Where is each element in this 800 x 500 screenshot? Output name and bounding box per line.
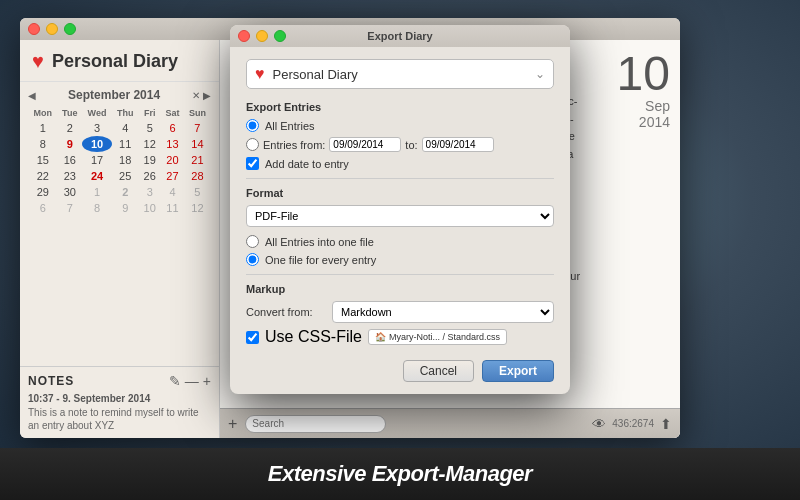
add-entry-button[interactable]: + bbox=[228, 415, 237, 433]
export-button[interactable]: Export bbox=[482, 360, 554, 382]
calendar-day[interactable]: 21 bbox=[184, 152, 211, 168]
date-from-input[interactable]: 09/09/2014 bbox=[329, 137, 401, 152]
date-month-year: Sep2014 bbox=[617, 98, 670, 130]
prev-month-button[interactable]: ◀ bbox=[28, 90, 36, 101]
maximize-button[interactable] bbox=[64, 23, 76, 35]
calendar-week-5: 6789101112 bbox=[28, 200, 211, 216]
cancel-button[interactable]: Cancel bbox=[403, 360, 474, 382]
calendar-day[interactable]: 4 bbox=[161, 184, 184, 200]
close-button[interactable] bbox=[28, 23, 40, 35]
calendar-day[interactable]: 9 bbox=[58, 136, 82, 152]
format-section-title: Format bbox=[246, 187, 554, 199]
diary-selector-name: Personal Diary bbox=[273, 67, 536, 82]
date-to-input[interactable]: 09/09/2014 bbox=[422, 137, 494, 152]
next-month-button[interactable]: ✕ ▶ bbox=[192, 90, 211, 101]
calendar-day[interactable]: 12 bbox=[184, 200, 211, 216]
eye-icon[interactable]: 👁 bbox=[592, 416, 606, 432]
day-wed: Wed bbox=[82, 106, 112, 120]
calendar-day[interactable]: 29 bbox=[28, 184, 58, 200]
calendar-day[interactable]: 27 bbox=[161, 168, 184, 184]
add-note-button[interactable]: + bbox=[203, 373, 211, 389]
calendar-day[interactable]: 4 bbox=[112, 120, 138, 136]
calendar-day[interactable]: 17 bbox=[82, 152, 112, 168]
app-bottom-toolbar: + 👁 436:2674 ⬆ bbox=[220, 408, 680, 438]
remove-note-button[interactable]: — bbox=[185, 373, 199, 389]
convert-select[interactable]: Markdown bbox=[332, 301, 554, 323]
calendar-week-1: 891011121314 bbox=[28, 136, 211, 152]
calendar-day[interactable]: 10 bbox=[82, 136, 112, 152]
calendar-day[interactable]: 8 bbox=[28, 136, 58, 152]
calendar-day[interactable]: 16 bbox=[58, 152, 82, 168]
dialog-titlebar: Export Diary bbox=[230, 25, 570, 47]
calendar-day[interactable]: 11 bbox=[161, 200, 184, 216]
calendar-day[interactable]: 1 bbox=[82, 184, 112, 200]
calendar-day[interactable]: 13 bbox=[161, 136, 184, 152]
calendar-day[interactable]: 22 bbox=[28, 168, 58, 184]
format-select[interactable]: PDF-File bbox=[246, 205, 554, 227]
calendar-day[interactable]: 7 bbox=[184, 120, 211, 136]
export-icon[interactable]: ⬆ bbox=[660, 416, 672, 432]
use-css-checkbox[interactable] bbox=[246, 331, 259, 344]
one-file-radio[interactable] bbox=[246, 253, 259, 266]
note-date: 10:37 - 9. September 2014 bbox=[28, 393, 211, 404]
notes-title: Notes bbox=[28, 374, 74, 388]
calendar-day[interactable]: 26 bbox=[138, 168, 161, 184]
dialog-body: ♥ Personal Diary ⌄ Export Entries All En… bbox=[230, 47, 570, 394]
calendar-day[interactable]: 24 bbox=[82, 168, 112, 184]
minimize-button[interactable] bbox=[46, 23, 58, 35]
add-date-checkbox[interactable] bbox=[246, 157, 259, 170]
diary-selector[interactable]: ♥ Personal Diary ⌄ bbox=[246, 59, 554, 89]
calendar-day[interactable]: 10 bbox=[138, 200, 161, 216]
calendar-day[interactable]: 11 bbox=[112, 136, 138, 152]
bottom-bar: Extensive Export-Manager bbox=[0, 448, 800, 500]
calendar-day[interactable]: 18 bbox=[112, 152, 138, 168]
calendar-day[interactable]: 20 bbox=[161, 152, 184, 168]
calendar-day[interactable]: 19 bbox=[138, 152, 161, 168]
calendar-day[interactable]: 8 bbox=[82, 200, 112, 216]
folder-icon: 🏠 bbox=[375, 332, 386, 342]
calendar-day[interactable]: 15 bbox=[28, 152, 58, 168]
calendar-day[interactable]: 5 bbox=[138, 120, 161, 136]
calendar-day[interactable]: 30 bbox=[58, 184, 82, 200]
calendar-day[interactable]: 5 bbox=[184, 184, 211, 200]
calendar-day[interactable]: 3 bbox=[138, 184, 161, 200]
calendar-day[interactable]: 28 bbox=[184, 168, 211, 184]
calendar-day[interactable]: 12 bbox=[138, 136, 161, 152]
calendar-day[interactable]: 7 bbox=[58, 200, 82, 216]
calendar-day[interactable]: 9 bbox=[112, 200, 138, 216]
calendar-day[interactable]: 6 bbox=[28, 200, 58, 216]
all-in-one-radio[interactable] bbox=[246, 235, 259, 248]
calendar-days-row: Mon Tue Wed Thu Fri Sat Sun bbox=[28, 106, 211, 120]
calendar-day[interactable]: 6 bbox=[161, 120, 184, 136]
search-input[interactable] bbox=[245, 415, 386, 433]
convert-from-label: Convert from: bbox=[246, 306, 326, 318]
calendar-day[interactable]: 3 bbox=[82, 120, 112, 136]
day-fri: Fri bbox=[138, 106, 161, 120]
calendar-day[interactable]: 14 bbox=[184, 136, 211, 152]
calendar-day[interactable]: 23 bbox=[58, 168, 82, 184]
calendar-day[interactable]: 1 bbox=[28, 120, 58, 136]
all-entries-radio[interactable] bbox=[246, 119, 259, 132]
add-date-option: Add date to entry bbox=[246, 157, 554, 170]
day-sat: Sat bbox=[161, 106, 184, 120]
dialog-zoom-button[interactable] bbox=[274, 30, 286, 42]
calendar-grid: Mon Tue Wed Thu Fri Sat Sun 123456789101… bbox=[28, 106, 211, 216]
notes-actions: ✎ — + bbox=[169, 373, 211, 389]
calendar-day[interactable]: 2 bbox=[58, 120, 82, 136]
day-sun: Sun bbox=[184, 106, 211, 120]
sidebar: ♥ Personal Diary ◀ September 2014 ✕ ▶ Mo… bbox=[20, 40, 220, 438]
dialog-close-button[interactable] bbox=[238, 30, 250, 42]
date-range-row: Entries from: 09/09/2014 to: 09/09/2014 bbox=[246, 137, 554, 152]
calendar-day[interactable]: 25 bbox=[112, 168, 138, 184]
calendar: ◀ September 2014 ✕ ▶ Mon Tue Wed Thu Fri… bbox=[20, 82, 219, 366]
position-indicator: 436:2674 bbox=[612, 418, 654, 429]
calendar-header: ◀ September 2014 ✕ ▶ bbox=[28, 88, 211, 102]
calendar-day[interactable]: 2 bbox=[112, 184, 138, 200]
dialog-minimize-button[interactable] bbox=[256, 30, 268, 42]
format-select-row: PDF-File bbox=[246, 205, 554, 227]
diary-selector-heart-icon: ♥ bbox=[255, 65, 265, 83]
edit-note-button[interactable]: ✎ bbox=[169, 373, 181, 389]
entries-from-radio[interactable] bbox=[246, 138, 259, 151]
css-file-row: Use CSS-File 🏠 Myary-Noti... / Standard.… bbox=[246, 328, 554, 346]
css-path[interactable]: 🏠 Myary-Noti... / Standard.css bbox=[368, 329, 507, 345]
